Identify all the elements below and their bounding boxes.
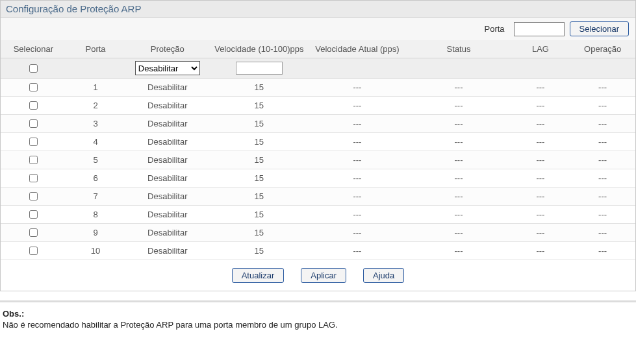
cell-lag: ---: [511, 188, 570, 206]
select-button[interactable]: Selecionar: [570, 21, 629, 36]
row-checkbox[interactable]: [29, 228, 38, 237]
cell-speed: 15: [210, 188, 308, 206]
col-header-select: Selecionar: [1, 40, 66, 58]
cell-operation: ---: [570, 224, 635, 242]
cell-lag: ---: [511, 97, 570, 115]
refresh-button[interactable]: Atualizar: [232, 268, 285, 283]
cell-speed: 15: [210, 206, 308, 224]
cell-cur-speed: ---: [308, 224, 406, 242]
cell-cur-speed: ---: [308, 242, 406, 260]
action-bar: Atualizar Aplicar Ajuda: [1, 260, 635, 291]
cell-lag: ---: [511, 242, 570, 260]
speed-input[interactable]: [236, 62, 283, 75]
cell-port: 2: [66, 97, 125, 115]
table-row: 10Desabilitar15------------: [1, 242, 635, 260]
cell-port: 3: [66, 115, 125, 133]
cell-speed: 15: [210, 79, 308, 97]
table-row: 1Desabilitar15------------: [1, 79, 635, 97]
cell-speed: 15: [210, 169, 308, 188]
cell-operation: ---: [570, 151, 635, 169]
cell-status: ---: [406, 188, 511, 206]
protection-select[interactable]: Desabilitar: [135, 61, 200, 75]
cell-status: ---: [406, 133, 511, 151]
cell-operation: ---: [570, 206, 635, 224]
cell-lag: ---: [511, 133, 570, 151]
arp-protection-panel: Configuração de Proteção ARP Porta Selec…: [0, 0, 636, 291]
cell-port: 1: [66, 79, 125, 97]
cell-status: ---: [406, 224, 511, 242]
select-all-checkbox[interactable]: [29, 64, 38, 73]
cell-port: 10: [66, 242, 125, 260]
cell-protection: Desabilitar: [125, 133, 210, 151]
row-checkbox[interactable]: [29, 138, 38, 146]
table-row: 2Desabilitar15------------: [1, 97, 635, 115]
cell-status: ---: [406, 79, 511, 97]
cell-operation: ---: [570, 169, 635, 188]
cell-operation: ---: [570, 133, 635, 151]
panel-title: Configuração de Proteção ARP: [1, 1, 635, 18]
table-row: 5Desabilitar15------------: [1, 151, 635, 169]
cell-protection: Desabilitar: [125, 97, 210, 115]
cell-lag: ---: [511, 169, 570, 188]
cell-status: ---: [406, 206, 511, 224]
apply-button[interactable]: Aplicar: [301, 268, 346, 283]
cell-port: 7: [66, 188, 125, 206]
col-header-speed: Velocidade (10-100)pps: [210, 40, 308, 58]
row-checkbox[interactable]: [29, 101, 38, 110]
cell-lag: ---: [511, 224, 570, 242]
row-checkbox[interactable]: [29, 174, 38, 182]
note-body: Não é recomendado habilitar a Proteção A…: [3, 320, 633, 330]
note-title: Obs.:: [3, 309, 633, 319]
row-checkbox[interactable]: [29, 83, 38, 91]
table-row: 7Desabilitar15------------: [1, 188, 635, 206]
porta-label: Porta: [484, 24, 508, 34]
row-checkbox[interactable]: [29, 192, 38, 200]
cell-port: 4: [66, 133, 125, 151]
topbar: Porta Selecionar: [1, 18, 635, 40]
row-checkbox[interactable]: [29, 210, 38, 219]
cell-operation: ---: [570, 79, 635, 97]
cell-status: ---: [406, 115, 511, 133]
table-row: 8Desabilitar15------------: [1, 206, 635, 224]
cell-cur-speed: ---: [308, 169, 406, 188]
cell-speed: 15: [210, 151, 308, 169]
cell-status: ---: [406, 151, 511, 169]
col-header-cur-speed: Velocidade Atual (pps): [308, 40, 406, 58]
cell-port: 9: [66, 224, 125, 242]
cell-status: ---: [406, 242, 511, 260]
cell-protection: Desabilitar: [125, 169, 210, 188]
cell-status: ---: [406, 169, 511, 188]
cell-protection: Desabilitar: [125, 242, 210, 260]
cell-status: ---: [406, 97, 511, 115]
cell-port: 8: [66, 206, 125, 224]
cell-speed: 15: [210, 133, 308, 151]
cell-lag: ---: [511, 115, 570, 133]
row-checkbox[interactable]: [29, 156, 38, 164]
cell-cur-speed: ---: [308, 115, 406, 133]
cell-protection: Desabilitar: [125, 151, 210, 169]
col-header-operation: Operação: [570, 40, 635, 58]
cell-protection: Desabilitar: [125, 224, 210, 242]
row-checkbox[interactable]: [29, 119, 38, 128]
help-button[interactable]: Ajuda: [363, 268, 404, 283]
cell-operation: ---: [570, 242, 635, 260]
porta-input[interactable]: [514, 22, 565, 36]
col-header-lag: LAG: [511, 40, 570, 58]
cell-speed: 15: [210, 242, 308, 260]
cell-protection: Desabilitar: [125, 206, 210, 224]
cell-speed: 15: [210, 224, 308, 242]
cell-cur-speed: ---: [308, 79, 406, 97]
cell-port: 5: [66, 151, 125, 169]
cell-cur-speed: ---: [308, 188, 406, 206]
table-row: 3Desabilitar15------------: [1, 115, 635, 133]
cell-lag: ---: [511, 79, 570, 97]
cell-cur-speed: ---: [308, 151, 406, 169]
table-row: 6Desabilitar15------------: [1, 169, 635, 188]
cell-operation: ---: [570, 188, 635, 206]
cell-operation: ---: [570, 97, 635, 115]
cell-protection: Desabilitar: [125, 79, 210, 97]
table-row: 9Desabilitar15------------: [1, 224, 635, 242]
row-checkbox[interactable]: [29, 247, 38, 255]
cell-protection: Desabilitar: [125, 115, 210, 133]
cell-cur-speed: ---: [308, 97, 406, 115]
